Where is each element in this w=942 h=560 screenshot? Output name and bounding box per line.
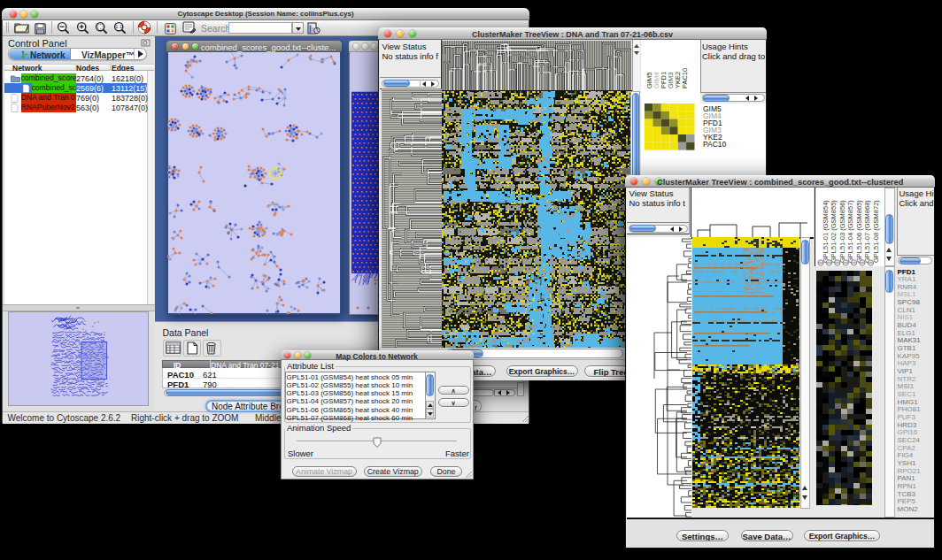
svg-text:1:1: 1:1 <box>115 24 122 29</box>
